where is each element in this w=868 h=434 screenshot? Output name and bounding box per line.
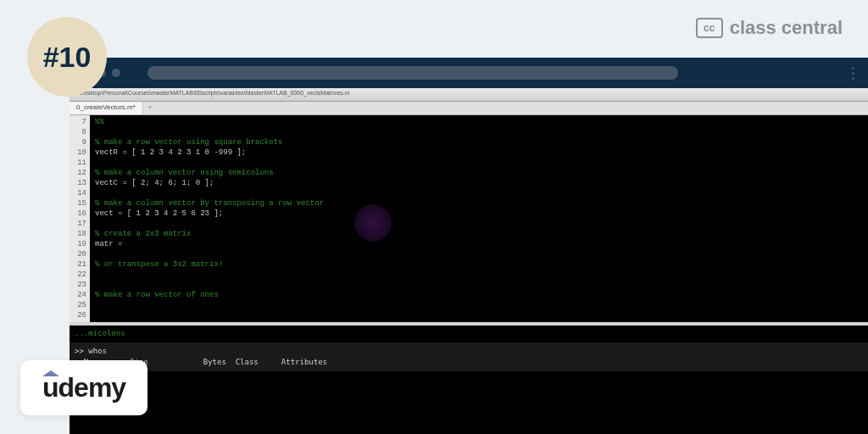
line-number: 16: [71, 209, 86, 219]
line-number: 7: [71, 117, 86, 127]
line-number: 15: [71, 198, 86, 209]
line-number: 24: [71, 290, 86, 300]
code-line[interactable]: vectR = [ 1 2 3 4 2 3 1 0 -999 ];: [95, 147, 863, 158]
code-line[interactable]: %%: [95, 117, 863, 127]
line-number: 25: [71, 300, 86, 310]
line-number: 21: [71, 259, 86, 270]
browser-chrome: [70, 58, 868, 88]
line-number: 23: [71, 280, 86, 290]
code-line[interactable]: [95, 270, 863, 280]
code-line[interactable]: [95, 310, 863, 320]
code-line[interactable]: [95, 219, 863, 229]
code-line[interactable]: [95, 280, 863, 290]
line-number: 17: [71, 219, 86, 229]
class-central-logo: cc class central: [696, 17, 843, 39]
code-line[interactable]: vect = [ 1 2 3 4 2 5 6 23 ];: [95, 209, 863, 219]
code-line[interactable]: [95, 188, 863, 198]
browser-window: ...Desktop\Personal\Courses\masterMATLAB…: [70, 58, 868, 434]
code-line[interactable]: matr =: [95, 239, 863, 249]
line-number: 13: [71, 178, 86, 188]
app-content: ...Desktop\Personal\Courses\masterMATLAB…: [70, 88, 868, 434]
code-line[interactable]: [95, 249, 863, 259]
code-line[interactable]: % or transpose a 3x2 matrix!: [95, 259, 863, 270]
cc-logo-text: class central: [730, 17, 843, 39]
code-line[interactable]: [95, 158, 863, 168]
console-prompt: >> whos: [75, 346, 863, 357]
editor-tab[interactable]: 0_createVectors.m*: [70, 102, 143, 114]
code-line[interactable]: % make a row vector of ones: [95, 290, 863, 300]
line-number: 9: [71, 137, 86, 147]
new-tab-button[interactable]: +: [143, 102, 158, 114]
editor-tabs: 0_createVectors.m* +: [70, 102, 868, 115]
cc-icon: cc: [696, 18, 723, 38]
line-number: 18: [71, 229, 86, 239]
line-number: 26: [71, 310, 86, 320]
code-line[interactable]: [95, 300, 863, 310]
line-number: 8: [71, 127, 86, 137]
line-number: 12: [71, 168, 86, 178]
line-number: 10: [71, 147, 86, 158]
line-number: 14: [71, 188, 86, 198]
path-toolbar: ...Desktop\Personal\Courses\masterMATLAB…: [70, 88, 868, 102]
udemy-hat-icon: [42, 370, 59, 376]
menu-button[interactable]: [837, 67, 854, 80]
address-bar[interactable]: [147, 66, 678, 80]
code-line[interactable]: vectC = [ 2; 4; 6; 1; 0 ];: [95, 178, 863, 188]
code-area[interactable]: %%% make a row vector using square brack…: [90, 115, 868, 322]
line-number: 20: [71, 249, 86, 259]
line-number: 19: [71, 239, 86, 249]
maximize-icon[interactable]: [112, 69, 120, 77]
rank-badge: #10: [27, 17, 107, 97]
console-section-label: ...micolons: [70, 326, 868, 342]
line-number: 11: [71, 158, 86, 168]
console-output: Name Size Bytes Class Attributes: [75, 357, 863, 368]
code-editor[interactable]: 7891011121314151617181920212223242526 %%…: [70, 115, 868, 322]
code-line[interactable]: % make a column vector by transposing a …: [95, 198, 863, 209]
code-line[interactable]: % make a row vector using square bracket…: [95, 137, 863, 147]
line-gutter: 7891011121314151617181920212223242526: [70, 115, 90, 322]
code-line[interactable]: % create a 2x3 matrix: [95, 229, 863, 239]
code-line[interactable]: % make a column vector using semicolons: [95, 168, 863, 178]
cursor-indicator-icon: [354, 204, 392, 242]
line-number: 22: [71, 270, 86, 280]
udemy-logo: udemy: [20, 360, 147, 415]
code-line[interactable]: [95, 127, 863, 137]
command-window[interactable]: >> whos Name Size Bytes Class Attributes: [70, 342, 868, 371]
